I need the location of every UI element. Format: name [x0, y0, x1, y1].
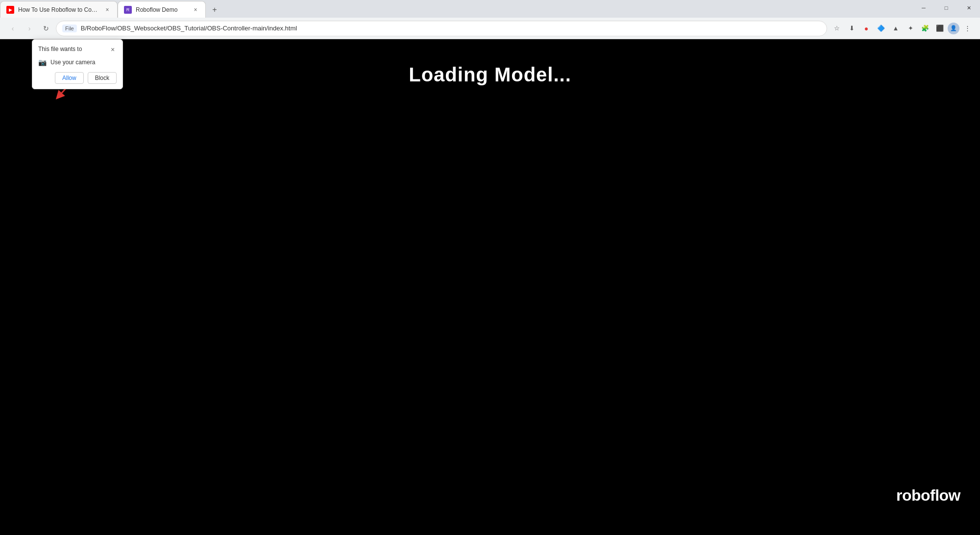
page-content: Loading Model... roboflow This file want… — [0, 39, 980, 519]
forward-button[interactable]: › — [23, 22, 36, 35]
tab-1-title: How To Use Roboflow to Contr... — [18, 6, 99, 13]
popup-header: This file wants to × — [38, 46, 117, 53]
tab-2-close[interactable]: × — [192, 6, 199, 14]
toolbar-right-icons: ☆ ⬇ ● 🔷 ▲ ✦ 🧩 ⬛ 👤 ⋮ — [830, 22, 974, 35]
bookmark-button[interactable]: ☆ — [830, 22, 844, 35]
settings-menu-button[interactable]: ⋮ — [960, 22, 974, 35]
alert-icon-button[interactable]: ● — [859, 22, 873, 35]
popup-title-text: This file wants to — [38, 46, 82, 52]
permission-label: Use your camera — [50, 59, 95, 66]
tab-2-title: Roboflow Demo — [136, 6, 188, 13]
tab-1-close[interactable]: × — [103, 6, 111, 14]
site-info-label: File — [65, 25, 74, 31]
tab-2[interactable]: R Roboflow Demo × — [118, 1, 206, 18]
tabs-bar: ▶ How To Use Roboflow to Contr... × R Ro… — [0, 0, 980, 18]
extension-1-button[interactable]: 🔷 — [874, 22, 888, 35]
block-button[interactable]: Block — [88, 72, 117, 84]
permission-popup: This file wants to × 📷 Use your camera A… — [32, 39, 123, 89]
tab-1-favicon: ▶ — [6, 6, 14, 14]
browser-chrome: ▶ How To Use Roboflow to Contr... × R Ro… — [0, 0, 980, 39]
tab-2-favicon: R — [124, 6, 132, 14]
roboflow-brand: roboflow — [896, 486, 960, 505]
popup-buttons: Allow Block — [38, 72, 117, 84]
address-bar[interactable]: File B/RoboFlow/OBS_Websocket/OBS_Tutori… — [56, 21, 827, 36]
window-close-button[interactable]: ✕ — [957, 0, 980, 16]
allow-button[interactable]: Allow — [55, 72, 84, 84]
profile-avatar[interactable]: 👤 — [948, 23, 959, 34]
tab-1[interactable]: ▶ How To Use Roboflow to Contr... × — [0, 1, 118, 18]
refresh-button[interactable]: ↻ — [39, 22, 53, 35]
url-text: B/RoboFlow/OBS_Websocket/OBS_Tutorial/OB… — [81, 25, 821, 32]
loading-model-text: Loading Model... — [409, 64, 571, 86]
extension-3-button[interactable]: ✦ — [904, 22, 917, 35]
download-button[interactable]: ⬇ — [845, 22, 858, 35]
camera-icon: 📷 — [38, 58, 47, 66]
window-maximize-button[interactable]: □ — [935, 0, 957, 16]
window-minimize-button[interactable]: ─ — [912, 0, 935, 16]
extension-2-button[interactable]: ▲ — [889, 22, 903, 35]
toolbar: ‹ › ↻ File B/RoboFlow/OBS_Websocket/OBS_… — [0, 18, 980, 39]
screen-cast-button[interactable]: ⬛ — [933, 22, 947, 35]
back-button[interactable]: ‹ — [6, 22, 20, 35]
site-info-badge: File — [62, 25, 77, 32]
popup-close-button[interactable]: × — [109, 46, 117, 53]
permission-row: 📷 Use your camera — [38, 58, 117, 66]
puzzle-button[interactable]: 🧩 — [918, 22, 932, 35]
new-tab-button[interactable]: + — [208, 3, 221, 17]
